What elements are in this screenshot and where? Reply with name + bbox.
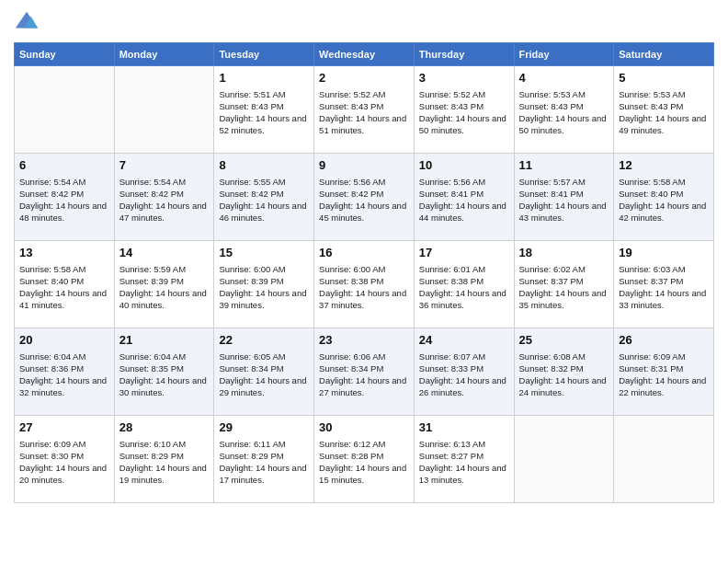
calendar-cell: 17Sunrise: 6:01 AMSunset: 8:38 PMDayligh… [414,241,514,328]
calendar-cell: 6Sunrise: 5:54 AMSunset: 8:42 PMDaylight… [15,154,115,241]
calendar-cell: 3Sunrise: 5:52 AMSunset: 8:43 PMDaylight… [414,66,514,154]
cell-info: Sunrise: 5:53 AMSunset: 8:43 PMDaylight:… [619,88,709,137]
day-number: 12 [619,157,709,174]
calendar-cell [514,416,614,503]
week-row-4: 20Sunrise: 6:04 AMSunset: 8:36 PMDayligh… [15,328,714,416]
day-number: 20 [19,332,109,349]
day-number: 22 [219,332,309,349]
day-number: 17 [419,245,509,261]
calendar-cell: 7Sunrise: 5:54 AMSunset: 8:42 PMDaylight… [114,154,214,241]
cell-info: Sunrise: 6:07 AMSunset: 8:33 PMDaylight:… [419,350,509,399]
day-number: 16 [319,245,409,261]
cell-info: Sunrise: 5:58 AMSunset: 8:40 PMDaylight:… [19,263,109,312]
calendar-cell: 25Sunrise: 6:08 AMSunset: 8:32 PMDayligh… [514,328,614,416]
cell-info: Sunrise: 5:55 AMSunset: 8:42 PMDaylight:… [219,176,309,224]
column-header-saturday: Saturday [614,43,714,66]
logo [14,9,43,35]
column-header-wednesday: Wednesday [314,43,415,66]
calendar-cell: 4Sunrise: 5:53 AMSunset: 8:43 PMDaylight… [514,66,614,154]
day-number: 23 [319,332,409,349]
calendar-cell: 15Sunrise: 6:00 AMSunset: 8:39 PMDayligh… [214,241,314,328]
cell-info: Sunrise: 5:51 AMSunset: 8:43 PMDaylight:… [219,88,309,137]
calendar-cell: 14Sunrise: 5:59 AMSunset: 8:39 PMDayligh… [114,241,214,328]
week-row-3: 13Sunrise: 5:58 AMSunset: 8:40 PMDayligh… [15,241,714,328]
calendar-cell: 16Sunrise: 6:00 AMSunset: 8:38 PMDayligh… [314,241,415,328]
day-number: 13 [19,245,109,261]
cell-info: Sunrise: 6:09 AMSunset: 8:31 PMDaylight:… [619,350,709,399]
cell-info: Sunrise: 5:56 AMSunset: 8:42 PMDaylight:… [319,176,409,224]
day-number: 25 [519,332,609,349]
cell-info: Sunrise: 5:59 AMSunset: 8:39 PMDaylight:… [119,263,210,312]
cell-info: Sunrise: 6:12 AMSunset: 8:28 PMDaylight:… [319,438,409,487]
day-number: 2 [319,70,409,86]
calendar-cell: 24Sunrise: 6:07 AMSunset: 8:33 PMDayligh… [414,328,514,416]
cell-info: Sunrise: 6:04 AMSunset: 8:35 PMDaylight:… [119,350,210,399]
calendar-cell: 13Sunrise: 5:58 AMSunset: 8:40 PMDayligh… [15,241,115,328]
calendar-cell: 12Sunrise: 5:58 AMSunset: 8:40 PMDayligh… [614,154,714,241]
cell-info: Sunrise: 6:00 AMSunset: 8:39 PMDaylight:… [219,263,309,312]
cell-info: Sunrise: 5:54 AMSunset: 8:42 PMDaylight:… [119,176,210,224]
calendar-cell [15,66,115,154]
cell-info: Sunrise: 5:52 AMSunset: 8:43 PMDaylight:… [419,88,509,137]
cell-info: Sunrise: 6:06 AMSunset: 8:34 PMDaylight:… [319,350,409,399]
column-header-monday: Monday [114,43,214,66]
cell-info: Sunrise: 6:13 AMSunset: 8:27 PMDaylight:… [419,438,509,487]
day-number: 7 [119,157,210,174]
cell-info: Sunrise: 6:01 AMSunset: 8:38 PMDaylight:… [419,263,509,312]
day-number: 4 [519,70,609,86]
calendar-cell: 11Sunrise: 5:57 AMSunset: 8:41 PMDayligh… [514,154,614,241]
day-number: 3 [419,70,509,86]
calendar-cell: 18Sunrise: 6:02 AMSunset: 8:37 PMDayligh… [514,241,614,328]
day-number: 18 [519,245,609,261]
day-number: 15 [219,245,309,261]
cell-info: Sunrise: 5:53 AMSunset: 8:43 PMDaylight:… [519,88,609,137]
cell-info: Sunrise: 5:58 AMSunset: 8:40 PMDaylight:… [619,176,709,224]
day-number: 26 [619,332,709,349]
day-number: 27 [19,419,109,436]
calendar-cell: 27Sunrise: 6:09 AMSunset: 8:30 PMDayligh… [15,416,115,503]
cell-info: Sunrise: 6:08 AMSunset: 8:32 PMDaylight:… [519,350,609,399]
calendar-cell: 10Sunrise: 5:56 AMSunset: 8:41 PMDayligh… [414,154,514,241]
calendar-cell: 5Sunrise: 5:53 AMSunset: 8:43 PMDaylight… [614,66,714,154]
calendar-cell: 29Sunrise: 6:11 AMSunset: 8:29 PMDayligh… [214,416,314,503]
calendar-cell: 21Sunrise: 6:04 AMSunset: 8:35 PMDayligh… [114,328,214,416]
day-number: 14 [119,245,210,261]
cell-info: Sunrise: 6:02 AMSunset: 8:37 PMDaylight:… [519,263,609,312]
day-number: 6 [19,157,109,174]
cell-info: Sunrise: 6:09 AMSunset: 8:30 PMDaylight:… [19,438,109,487]
calendar-cell: 26Sunrise: 6:09 AMSunset: 8:31 PMDayligh… [614,328,714,416]
cell-info: Sunrise: 6:10 AMSunset: 8:29 PMDaylight:… [119,438,210,487]
column-header-friday: Friday [514,43,614,66]
calendar-cell: 22Sunrise: 6:05 AMSunset: 8:34 PMDayligh… [214,328,314,416]
header-row: SundayMondayTuesdayWednesdayThursdayFrid… [15,43,714,66]
calendar-cell: 30Sunrise: 6:12 AMSunset: 8:28 PMDayligh… [314,416,415,503]
column-header-sunday: Sunday [15,43,115,66]
cell-info: Sunrise: 6:03 AMSunset: 8:37 PMDaylight:… [619,263,709,312]
cell-info: Sunrise: 5:52 AMSunset: 8:43 PMDaylight:… [319,88,409,137]
calendar-cell: 8Sunrise: 5:55 AMSunset: 8:42 PMDaylight… [214,154,314,241]
column-header-tuesday: Tuesday [214,43,314,66]
week-row-5: 27Sunrise: 6:09 AMSunset: 8:30 PMDayligh… [15,416,714,503]
day-number: 1 [219,70,309,86]
cell-info: Sunrise: 6:11 AMSunset: 8:29 PMDaylight:… [219,438,309,487]
cell-info: Sunrise: 5:54 AMSunset: 8:42 PMDaylight:… [19,176,109,224]
day-number: 21 [119,332,210,349]
cell-info: Sunrise: 5:56 AMSunset: 8:41 PMDaylight:… [419,176,509,224]
cell-info: Sunrise: 6:00 AMSunset: 8:38 PMDaylight:… [319,263,409,312]
day-number: 9 [319,157,409,174]
calendar-cell: 28Sunrise: 6:10 AMSunset: 8:29 PMDayligh… [114,416,214,503]
calendar-cell: 2Sunrise: 5:52 AMSunset: 8:43 PMDaylight… [314,66,415,154]
day-number: 5 [619,70,709,86]
day-number: 11 [519,157,609,174]
calendar-cell: 1Sunrise: 5:51 AMSunset: 8:43 PMDaylight… [214,66,314,154]
cell-info: Sunrise: 5:57 AMSunset: 8:41 PMDaylight:… [519,176,609,224]
day-number: 29 [219,419,309,436]
day-number: 30 [319,419,409,436]
day-number: 24 [419,332,509,349]
day-number: 10 [419,157,509,174]
day-number: 8 [219,157,309,174]
day-number: 28 [119,419,210,436]
calendar-table: SundayMondayTuesdayWednesdayThursdayFrid… [14,42,714,503]
calendar-cell [614,416,714,503]
cell-info: Sunrise: 6:05 AMSunset: 8:34 PMDaylight:… [219,350,309,399]
